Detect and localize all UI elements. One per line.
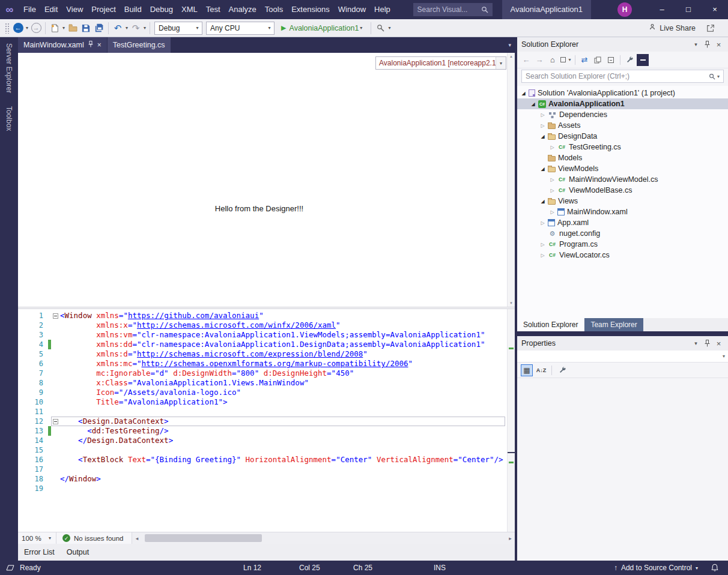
tool-tab-toolbox[interactable]: Toolbox [5, 106, 13, 131]
menu-view[interactable]: View [62, 0, 87, 19]
designer-target-dropdown[interactable]: AvaloniaApplication1 [netcoreapp2.1] ▾ [375, 56, 506, 70]
account-avatar[interactable]: H [617, 2, 632, 17]
code-line-15[interactable]: 15 [18, 445, 507, 455]
show-all-files-icon[interactable] [592, 54, 604, 66]
designer-scrollbar[interactable]: ▲ ▼ [507, 53, 515, 307]
tree-collapsed-arrow-icon[interactable]: ▷ [539, 253, 547, 258]
code-line-1[interactable]: 1<Window xmlns="https://github.com/avalo… [18, 311, 507, 321]
document-health-icon[interactable]: ✓ [62, 534, 70, 542]
tree-item-testgreeting-cs[interactable]: ▷C#TestGreeting.cs [517, 142, 728, 152]
menu-extensions[interactable]: Extensions [287, 0, 334, 19]
zoom-dropdown[interactable]: 100 % ▾ [18, 532, 56, 544]
undo-chevron[interactable]: ▾ [124, 25, 129, 31]
scroll-up-icon[interactable]: ▲ [509, 55, 513, 58]
code-line-2[interactable]: 2 xmlns:x="http://schemas.microsoft.com/… [18, 321, 507, 330]
tree-collapsed-arrow-icon[interactable]: ▷ [539, 112, 547, 118]
code-line-8[interactable]: 8 x:Class="AvaloniaApplication1.Views.Ma… [18, 378, 507, 388]
search-options-chevron[interactable]: ▾ [717, 74, 720, 79]
code-line-10[interactable]: 10 Title="AvaloniaApplication1"> [18, 397, 507, 407]
menu-build[interactable]: Build [120, 0, 146, 19]
minimize-button[interactable]: – [649, 0, 675, 19]
code-line-3[interactable]: 3 xmlns:vm="clr-namespace:AvaloniaApplic… [18, 330, 507, 340]
tool-tab-server-explorer[interactable]: Server Explorer [5, 43, 13, 93]
property-pages-wrench-icon[interactable] [556, 364, 568, 376]
navigate-forward-button[interactable]: → [29, 22, 43, 35]
find-in-files-icon[interactable] [374, 22, 387, 35]
close-button[interactable]: × [702, 0, 728, 19]
switch-views-icon[interactable]: ▾ [560, 54, 572, 66]
pin-tab-icon[interactable] [88, 41, 93, 49]
tree-expanded-arrow-icon[interactable]: ◢ [539, 166, 547, 172]
tree-collapsed-arrow-icon[interactable]: ▷ [539, 220, 547, 226]
save-all-button[interactable] [93, 22, 106, 35]
tree-collapsed-arrow-icon[interactable]: ▷ [548, 209, 556, 215]
maximize-button[interactable]: □ [675, 0, 702, 19]
code-line-17[interactable]: 17 [18, 465, 507, 474]
document-tab-mainwindow-xaml[interactable]: MainWindow.xaml× [18, 37, 107, 53]
tree-item-app-xaml[interactable]: ▷App.xaml [517, 217, 728, 228]
tree-item-designdata[interactable]: ◢DesignData [517, 131, 728, 142]
code-line-7[interactable]: 7 mc:Ignorable="d" d:DesignWidth="800" d… [18, 369, 507, 378]
fold-collapse-icon[interactable] [53, 419, 58, 424]
redo-button[interactable]: ↷ [129, 22, 142, 35]
undo-button[interactable]: ↶ [111, 22, 124, 35]
tree-item-viewmodelbase-cs[interactable]: ▷C#ViewModelBase.cs [517, 185, 728, 196]
tree-collapsed-arrow-icon[interactable]: ▷ [548, 188, 556, 193]
solution-explorer-search[interactable]: Search Solution Explorer (Ctrl+;) ▾ [521, 70, 724, 83]
properties-object-dropdown[interactable]: ▾ [517, 351, 728, 363]
alphabetical-sort-icon[interactable]: A↓Z [535, 364, 547, 376]
code-line-11[interactable]: 11 [18, 407, 507, 417]
solution-platforms-dropdown[interactable]: Any CPU ▾ [206, 22, 275, 35]
scroll-right-icon[interactable]: ▸ [506, 535, 515, 541]
menu-file[interactable]: File [19, 0, 40, 19]
menu-tools[interactable]: Tools [261, 0, 287, 19]
code-line-18[interactable]: 18</Window> [18, 474, 507, 484]
open-file-button[interactable] [66, 22, 79, 35]
tree-expanded-arrow-icon[interactable]: ◢ [520, 91, 527, 96]
menu-xml[interactable]: XML [177, 0, 202, 19]
navigate-back-button[interactable]: ← [11, 22, 25, 35]
add-to-source-control-button[interactable]: Add to Source Control [621, 564, 692, 572]
collapse-all-icon[interactable] [605, 54, 617, 66]
menu-debug[interactable]: Debug [146, 0, 177, 19]
chevron-down-icon[interactable]: ▾ [696, 565, 698, 571]
tree-item-models[interactable]: Models [517, 152, 728, 163]
xaml-source-editor[interactable]: 1<Window xmlns="https://github.com/avalo… [18, 309, 515, 532]
code-line-9[interactable]: 9 Icon="/Assets/avalonia-logo.ico" [18, 388, 507, 397]
tree-collapsed-arrow-icon[interactable]: ▷ [548, 145, 556, 150]
menu-help[interactable]: Help [370, 0, 395, 19]
quick-launch-search[interactable]: Search Visual... [413, 3, 493, 16]
panel-tab-solution-explorer[interactable]: Solution Explorer [517, 318, 584, 331]
hscroll-track[interactable] [141, 532, 506, 544]
navigate-back-chevron[interactable]: ▾ [25, 25, 29, 31]
editor-vertical-scrollbar[interactable] [507, 309, 515, 532]
tree-item-assets[interactable]: ▷Assets [517, 120, 728, 131]
code-line-12[interactable]: 12 <Design.DataContext> [18, 417, 507, 426]
code-line-6[interactable]: 6 xmlns:mc="http://schemas.openxmlformat… [18, 359, 507, 369]
bottom-tab-error-list[interactable]: Error List [24, 548, 55, 556]
start-debugging-button[interactable]: ▶ AvaloniaApplication1 ▾ [278, 22, 367, 35]
tree-collapsed-arrow-icon[interactable]: ▷ [539, 123, 547, 128]
tree-item-avaloniaapplication1[interactable]: ◢C#AvaloniaApplication1 [517, 98, 728, 109]
window-options-chevron-icon[interactable]: ▾ [691, 340, 701, 346]
menu-analyze[interactable]: Analyze [225, 0, 261, 19]
bottom-tab-output[interactable]: Output [67, 548, 89, 556]
editor-horizontal-scrollbar[interactable]: ◂ ▸ [132, 532, 515, 544]
document-tab-testgreeting-cs[interactable]: TestGreeting.cs [108, 37, 171, 53]
panel-tab-team-explorer[interactable]: Team Explorer [584, 318, 643, 331]
tree-expanded-arrow-icon[interactable]: ◢ [539, 134, 547, 139]
close-icon[interactable]: × [714, 339, 724, 348]
scroll-down-icon[interactable]: ▼ [509, 301, 513, 305]
back-icon[interactable]: ← [520, 54, 532, 66]
tree-item-dependencies[interactable]: ▷Dependencies [517, 109, 728, 120]
fold-collapse-icon[interactable] [53, 313, 58, 319]
toolbar-overflow-chevron[interactable]: ▾ [387, 25, 392, 31]
code-line-14[interactable]: 14 </Design.DataContext> [18, 436, 507, 445]
tree-item-mainwindow-xaml[interactable]: ▷MainWindow.xaml [517, 206, 728, 217]
tree-item-nuget-config[interactable]: ⚙nuget.config [517, 228, 728, 239]
code-line-4[interactable]: 4 xmlns:dd="clr-namespace:AvaloniaApplic… [18, 340, 507, 349]
close-tab-icon[interactable]: × [97, 41, 102, 49]
properties-wrench-icon[interactable] [623, 54, 635, 66]
code-line-13[interactable]: 13 <dd:TestGreeting/> [18, 426, 507, 436]
hscroll-thumb[interactable] [145, 534, 262, 542]
